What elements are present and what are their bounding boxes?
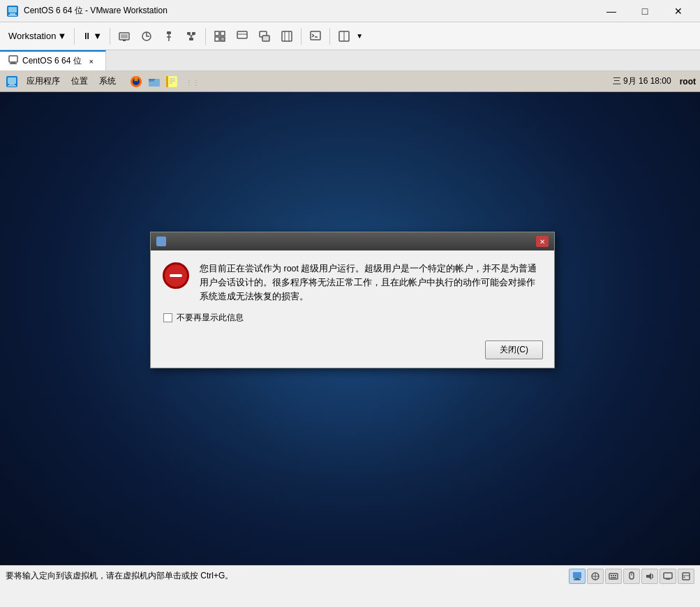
terminal-icon: [309, 30, 322, 43]
svg-rect-5: [121, 34, 128, 38]
settings-icon: [118, 30, 131, 43]
snapshot-icon: [140, 30, 153, 43]
app-icon: [6, 4, 20, 18]
window-title: CentOS 6 64 位 - VMware Workstation: [24, 5, 595, 17]
svg-rect-34: [9, 56, 17, 62]
svg-rect-50: [573, 572, 581, 578]
svg-rect-17: [215, 31, 219, 36]
dialog-close-button[interactable]: 关闭(C): [485, 340, 543, 359]
usb-button[interactable]: [158, 25, 179, 47]
svg-rect-8: [167, 31, 171, 34]
svg-rect-6: [123, 40, 126, 41]
vm-files-icon[interactable]: [147, 74, 162, 89]
status-keyboard-icon[interactable]: [605, 569, 622, 584]
svg-rect-2: [10, 13, 15, 15]
snapshot-button[interactable]: [136, 25, 157, 47]
vm-menu-dots: ⋮⋮: [186, 79, 200, 87]
view-button[interactable]: [334, 25, 355, 47]
dialog-checkbox-label[interactable]: 不要再显示此信息: [177, 312, 244, 324]
separator-3: [205, 28, 206, 45]
svg-rect-24: [262, 36, 269, 41]
svg-line-30: [312, 36, 314, 37]
dialog-message-text: 您目前正在尝试作为 root 超级用户运行。超级用户是一个特定的帐户，并不是为普…: [200, 262, 543, 304]
svg-rect-20: [221, 37, 225, 41]
tab-close-button[interactable]: ×: [86, 56, 97, 67]
window-controls: — □ ✕: [595, 0, 694, 22]
pause-dropdown: ▼: [93, 31, 102, 41]
status-icons: [569, 569, 694, 584]
dialog-checkbox[interactable]: [163, 313, 172, 322]
separator-5: [329, 28, 330, 45]
separator-4: [301, 28, 301, 45]
vm-menu-places[interactable]: 位置: [67, 74, 92, 89]
nofit-button[interactable]: [276, 25, 297, 47]
svg-rect-51: [575, 578, 579, 579]
svg-rect-12: [192, 32, 195, 35]
resize-button[interactable]: [254, 25, 275, 47]
svg-point-68: [684, 576, 685, 578]
svg-rect-66: [683, 573, 690, 580]
vm-menu-apps[interactable]: 应用程序: [22, 74, 64, 89]
status-network-icon[interactable]: [587, 569, 604, 584]
stop-icon-bar: [170, 274, 182, 277]
svg-rect-58: [613, 575, 614, 576]
resize-icon: [258, 30, 271, 43]
svg-rect-60: [611, 577, 616, 578]
dialog-title-close-button[interactable]: ✕: [536, 236, 549, 247]
svg-rect-49: [166, 76, 168, 87]
network-icon: [185, 30, 198, 43]
svg-rect-28: [311, 31, 320, 40]
vm-firefox-icon[interactable]: [128, 74, 144, 89]
network-button[interactable]: [181, 25, 202, 47]
svg-rect-52: [574, 579, 581, 580]
dialog-footer: 关闭(C): [151, 335, 554, 368]
svg-rect-36: [10, 63, 17, 65]
tab-vm-icon: [8, 55, 18, 67]
dialog-title-icon: [156, 237, 166, 246]
vm-app-icon: [4, 74, 20, 89]
unity-icon: [236, 30, 248, 43]
maximize-button[interactable]: □: [629, 0, 661, 22]
pause-icon: ⏸: [82, 31, 91, 41]
usb-icon: [163, 30, 175, 43]
toolbar: Workstation ▼ ⏸ ▼: [0, 22, 700, 50]
status-storage-icon[interactable]: [678, 569, 694, 584]
vm-desktop[interactable]: ✕ 您目前正在尝试作为 root 超级用户运行。超级用户是一个特定的帐户，并不是…: [0, 92, 700, 586]
status-vm-icon[interactable]: [569, 569, 586, 584]
status-sound-icon[interactable]: [641, 569, 658, 584]
dialog-box: ✕ 您目前正在尝试作为 root 超级用户运行。超级用户是一个特定的帐户，并不是…: [150, 232, 555, 368]
vm-tab[interactable]: CentOS 6 64 位 ×: [0, 50, 106, 70]
vm-user: root: [680, 77, 696, 87]
dialog-content: 您目前正在尝试作为 root 超级用户运行。超级用户是一个特定的帐户，并不是为普…: [162, 262, 543, 304]
vm-settings-button[interactable]: [114, 25, 135, 47]
close-button[interactable]: ✕: [662, 0, 694, 22]
svg-rect-59: [615, 575, 616, 576]
svg-rect-64: [664, 573, 672, 578]
status-mouse-icon[interactable]: [623, 569, 640, 584]
view-icon: [338, 30, 350, 43]
svg-rect-18: [221, 31, 225, 36]
dialog-checkbox-row: 不要再显示此信息: [163, 312, 543, 324]
unity-button[interactable]: [232, 25, 253, 47]
svg-rect-19: [215, 37, 219, 41]
fullscreen-button[interactable]: [209, 25, 230, 47]
svg-rect-57: [611, 575, 612, 576]
vm-notes-icon[interactable]: [165, 74, 180, 89]
svg-rect-11: [187, 32, 191, 35]
svg-rect-45: [167, 76, 177, 87]
fullscreen-icon: [214, 30, 226, 43]
svg-rect-25: [282, 31, 292, 41]
workstation-menu[interactable]: Workstation ▼: [4, 25, 70, 47]
status-display-icon[interactable]: [660, 569, 676, 584]
pause-button[interactable]: ⏸ ▼: [78, 25, 106, 47]
nofit-icon: [281, 30, 293, 43]
minimize-button[interactable]: —: [595, 0, 627, 22]
vm-menu-spacer: ⋮⋮: [183, 75, 610, 88]
svg-rect-1: [8, 7, 17, 13]
terminal-button[interactable]: [305, 25, 326, 47]
vm-clock: 三 9月 16 18:00: [613, 75, 671, 87]
stop-sign-icon: [163, 262, 189, 289]
vm-menu-system[interactable]: 系统: [95, 74, 120, 89]
separator-1: [74, 28, 75, 45]
workstation-label: Workstation: [8, 31, 56, 41]
